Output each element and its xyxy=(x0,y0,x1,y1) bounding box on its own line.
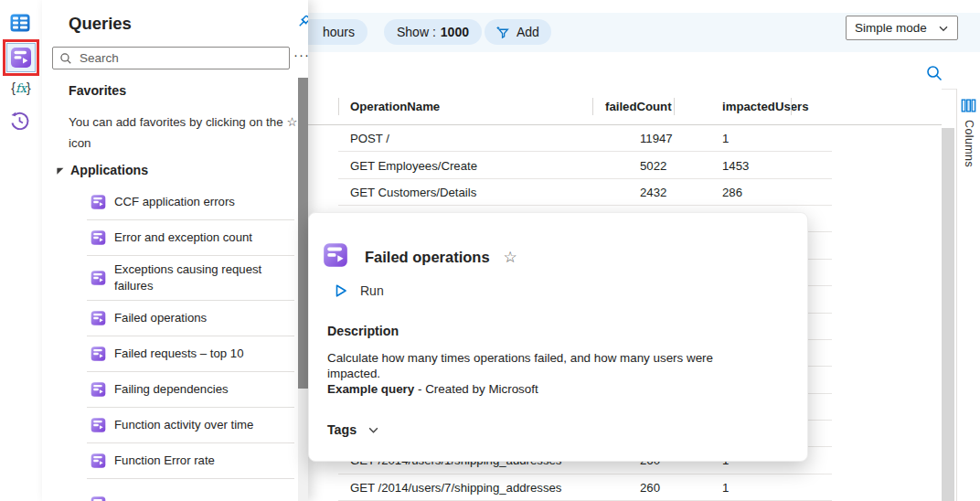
show-limit-pill[interactable]: Show : 1000 xyxy=(384,19,482,45)
group-label: Applications xyxy=(70,163,148,177)
cell-impactedusers: 1 xyxy=(722,132,729,145)
query-list-item[interactable]: Failed operations xyxy=(87,301,294,336)
query-history-button[interactable] xyxy=(9,111,30,132)
cell-failedcount: 260 xyxy=(640,480,660,494)
time-range-label: hours xyxy=(323,19,355,45)
query-icon xyxy=(91,382,106,398)
query-list-item[interactable]: CCF application errors xyxy=(87,185,294,220)
columns-icon xyxy=(961,98,976,113)
query-icon xyxy=(91,271,106,286)
favorites-hint: You can add favorites by clicking on the… xyxy=(69,112,299,154)
query-icon xyxy=(91,311,106,326)
group-expanded-icon xyxy=(55,165,65,176)
header-divider[interactable] xyxy=(674,98,675,115)
mode-dropdown[interactable]: Simple mode xyxy=(846,16,958,40)
query-search-box xyxy=(52,47,290,69)
query-icon xyxy=(91,496,106,501)
table-row[interactable]: GET /2014/users/7/shipping_addresses 260… xyxy=(338,474,832,501)
query-item-label: Function Error rate xyxy=(114,453,215,469)
queries-panel: Queries ··· Favorites You can add favori… xyxy=(42,0,308,501)
cell-operationname: POST / xyxy=(350,132,389,145)
functions-button[interactable]: {fx} xyxy=(6,80,36,95)
query-item-label: Failed operations xyxy=(114,310,207,326)
functions-icon: {fx} xyxy=(11,80,31,95)
description-text: Calculate how many times operations fail… xyxy=(327,350,764,397)
chevron-down-icon xyxy=(368,424,379,436)
query-icon xyxy=(91,195,106,210)
tags-label: Tags xyxy=(327,422,357,437)
column-header-impactedusers[interactable]: impactedUsers xyxy=(722,100,809,113)
cell-failedcount: 2432 xyxy=(640,185,666,198)
query-icon xyxy=(323,242,348,268)
attribution-bold: Example query xyxy=(327,382,414,396)
query-item-label: Exceptions causing request failures xyxy=(114,261,291,294)
query-details-popup: Failed operations ☆ Run Description Calc… xyxy=(308,212,808,462)
query-list-item[interactable]: Failed requests – top 10 xyxy=(87,336,294,372)
header-divider xyxy=(338,98,339,115)
add-filter-pill[interactable]: Add xyxy=(485,19,551,45)
panel-title: Queries xyxy=(69,14,132,34)
cell-failedcount: 5022 xyxy=(640,158,666,172)
cell-operationname: GET Customers/Details xyxy=(350,185,476,198)
query-list-item[interactable]: Exceptions causing request failures xyxy=(87,256,294,301)
cell-impactedusers: 286 xyxy=(722,185,742,198)
panel-scrollbar-thumb[interactable] xyxy=(298,78,308,389)
cell-operationname: GET Employees/Create xyxy=(350,158,477,172)
cell-failedcount: 11947 xyxy=(640,132,673,145)
cell-operationname: GET /2014/users/7/shipping_addresses xyxy=(350,480,561,494)
query-history-icon xyxy=(9,111,30,132)
add-filter-label: Add xyxy=(517,19,539,45)
query-item-label: Function activity over time xyxy=(114,417,253,433)
add-filter-icon xyxy=(496,26,510,39)
left-rail: {fx} xyxy=(0,0,42,501)
app-screen: hours Show : 1000 Add Simple mode xyxy=(0,0,980,501)
query-icon xyxy=(91,230,106,246)
table-row[interactable]: GET Employees/Create 5022 1453 xyxy=(338,152,832,178)
query-item-label: Error and exception count xyxy=(114,229,252,246)
run-button[interactable]: Run xyxy=(334,283,384,298)
column-header-operationname[interactable]: OperationName xyxy=(350,100,440,113)
search-results-icon[interactable] xyxy=(925,64,943,82)
more-options-icon[interactable]: ··· xyxy=(292,45,308,68)
columns-pane-tab[interactable]: Columns xyxy=(957,89,980,501)
mode-dropdown-value: Simple mode xyxy=(855,21,927,35)
query-icon xyxy=(91,453,106,469)
show-value: 1000 xyxy=(441,19,469,45)
table-row[interactable]: GET Customers/Details 2432 286 xyxy=(338,179,832,206)
tags-section-toggle[interactable]: Tags xyxy=(327,422,379,437)
queries-icon xyxy=(10,47,32,69)
pin-icon[interactable] xyxy=(295,14,308,30)
attribution-rest: - Created by Microsoft xyxy=(414,382,538,396)
query-list-item[interactable]: Failing dependencies xyxy=(87,372,294,408)
group-header-applications[interactable]: Applications xyxy=(55,163,148,177)
run-play-icon xyxy=(334,283,348,298)
search-icon xyxy=(59,52,72,65)
query-list-item[interactable]: Function Error rate xyxy=(87,443,294,479)
queries-button[interactable] xyxy=(6,43,36,72)
query-list-item[interactable]: Function activity over time xyxy=(87,408,294,443)
favorites-heading: Favorites xyxy=(69,83,126,98)
header-divider[interactable] xyxy=(791,98,792,115)
query-item-label: Failing dependencies xyxy=(114,381,229,398)
columns-pane-label: Columns xyxy=(963,120,975,167)
header-divider[interactable] xyxy=(592,98,593,115)
table-scrollbar[interactable] xyxy=(942,128,954,501)
table-row[interactable]: POST / 11947 1 xyxy=(338,125,832,152)
query-list-item[interactable] xyxy=(87,485,294,501)
query-icon xyxy=(91,418,106,433)
query-item-label: Failed requests – top 10 xyxy=(114,346,244,362)
search-input[interactable] xyxy=(80,51,282,65)
panel-scrollbar[interactable] xyxy=(298,78,308,501)
favorite-star-icon[interactable]: ☆ xyxy=(504,248,517,267)
chevron-down-icon xyxy=(938,23,949,34)
query-list-item[interactable]: Error and exception count xyxy=(87,220,294,256)
query-icon xyxy=(91,346,106,362)
query-item-label: CCF application errors xyxy=(114,194,235,210)
tables-icon xyxy=(9,12,31,34)
cell-impactedusers: 1453 xyxy=(722,158,749,172)
show-label: Show : xyxy=(397,19,436,45)
description-heading: Description xyxy=(327,324,399,338)
tables-button[interactable] xyxy=(9,12,31,34)
column-header-failedcount[interactable]: failedCount xyxy=(605,100,672,113)
query-list: CCF application errors Error and excepti… xyxy=(42,185,297,501)
